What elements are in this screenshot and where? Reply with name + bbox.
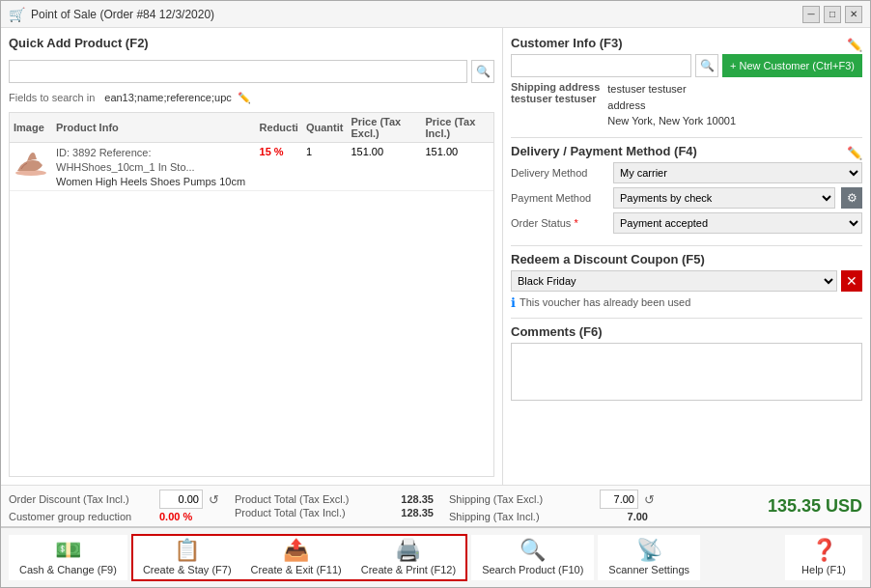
close-button[interactable]: ✕ [845, 6, 862, 23]
shipping-excl-input[interactable] [600, 490, 638, 509]
create-exit-button[interactable]: 📤 Create & Exit (F11) [241, 536, 351, 579]
payment-settings-button[interactable]: ⚙ [841, 187, 862, 209]
customer-group-value: 0.00 % [159, 511, 192, 522]
customer-search-row: 🔍 + New Customer (Ctrl+F3) [511, 54, 862, 77]
order-status-row: Order Status * Payment accepted [511, 212, 862, 234]
scanner-settings-icon: 📡 [636, 540, 662, 561]
customer-info-title: Customer Info (F3) [511, 36, 623, 50]
fields-row: Fields to search in ean13;name;reference… [9, 89, 494, 106]
coupon-select[interactable]: Black Friday [511, 270, 837, 292]
main-content: Quick Add Product (F2) 🔍 Fields to searc… [1, 28, 870, 485]
cash-change-label: Cash & Change (F9) [19, 564, 117, 575]
fields-label: Fields to search in [9, 92, 95, 103]
customer-info-section: Customer Info (F3) ✏️ 🔍 + New Customer (… [511, 36, 862, 129]
create-exit-label: Create & Exit (F11) [251, 564, 342, 575]
product-discount: 15 % [260, 146, 284, 157]
help-label: Help (F1) [801, 564, 846, 575]
shipping-incl-label: Shipping (Tax Incl.) [449, 511, 594, 522]
info-icon: ℹ [511, 295, 516, 310]
product-total-incl-row: Product Total (Tax Incl.) 128.35 [235, 507, 434, 518]
payment-method-select[interactable]: Payments by check [613, 187, 835, 209]
product-price-incl-cell: 151.00 [421, 143, 493, 191]
create-stay-label: Create & Stay (F7) [143, 564, 232, 575]
delivery-section: Delivery / Payment Method (F4) ✏️ Delive… [511, 137, 862, 238]
title-bar-controls: ─ □ ✕ [802, 6, 862, 23]
delivery-method-label: Delivery Method [511, 167, 607, 179]
col-price-incl: Price (Tax Incl.) [421, 113, 493, 143]
cash-change-button[interactable]: 💵 Cash & Change (F9) [9, 535, 127, 580]
order-discount-refresh[interactable]: ↺ [209, 492, 219, 507]
search-product-label: Search Product (F10) [482, 564, 583, 575]
create-print-icon: 🖨️ [395, 540, 421, 561]
left-totals: Order Discount (Tax Incl.) ↺ Customer gr… [9, 490, 219, 522]
product-discount-cell: 15 % [256, 143, 302, 191]
customer-group-row: Customer group reduction 0.00 % [9, 511, 219, 522]
product-price-excl-cell: 151.00 [347, 143, 421, 191]
create-stay-button[interactable]: 📋 Create & Stay (F7) [133, 536, 241, 579]
maximize-button[interactable]: □ [824, 6, 841, 23]
col-price-excl: Price (Tax Excl.) [347, 113, 421, 143]
create-print-button[interactable]: 🖨️ Create & Print (F12) [351, 536, 465, 579]
delivery-title: Delivery / Payment Method (F4) [511, 144, 697, 158]
shipping-totals: Shipping (Tax Excl.) ↺ Shipping (Tax Inc… [449, 490, 655, 522]
shipping-details: testuser testuseraddressNew York, New Yo… [607, 81, 736, 129]
order-discount-row: Order Discount (Tax Incl.) ↺ [9, 490, 219, 509]
comments-section: Comments (F6) [511, 318, 862, 404]
comments-input[interactable] [511, 343, 862, 401]
shipping-info: Shipping addresstestuser testuser testus… [511, 81, 862, 129]
order-status-label: Order Status * [511, 217, 607, 229]
product-total-excl-row: Product Total (Tax Excl.) 128.35 [235, 493, 434, 505]
order-status-select[interactable]: Payment accepted [613, 212, 862, 234]
totals-bar: Order Discount (Tax Incl.) ↺ Customer gr… [1, 485, 870, 526]
payment-method-label: Payment Method [511, 192, 607, 204]
required-marker: * [574, 217, 577, 229]
customer-search-icon[interactable]: 🔍 [695, 54, 718, 77]
new-customer-button[interactable]: + New Customer (Ctrl+F3) [722, 54, 862, 77]
product-search-button[interactable]: 🔍 [471, 60, 494, 83]
title-bar-left: 🛒 Point of Sale (Order #84 12/3/2020) [9, 7, 214, 22]
delivery-method-select[interactable]: My carrier [613, 162, 862, 183]
right-panel: Customer Info (F3) ✏️ 🔍 + New Customer (… [503, 28, 870, 485]
grand-total: 135.35 USD [768, 496, 862, 517]
help-button[interactable]: ❓ Help (F1) [785, 535, 862, 580]
product-search-row: 🔍 [9, 60, 494, 83]
customer-edit-button[interactable]: ✏️ [847, 38, 862, 52]
delivery-header: Delivery / Payment Method (F4) ✏️ [511, 144, 862, 162]
voucher-warning-text: This voucher has already been used [520, 296, 690, 308]
create-stay-icon: 📋 [174, 540, 200, 561]
bottom-actions: 💵 Cash & Change (F9) 📋 Create & Stay (F7… [1, 526, 870, 587]
shipping-refresh[interactable]: ↺ [644, 492, 655, 507]
scanner-settings-label: Scanner Settings [608, 564, 689, 575]
create-exit-icon: 📤 [283, 540, 309, 561]
col-product-info: Product Info [52, 113, 256, 143]
search-product-button[interactable]: 🔍 Search Product (F10) [471, 535, 594, 580]
quick-add-title: Quick Add Product (F2) [9, 36, 494, 50]
product-id-ref: ID: 3892 Reference: WHHShoes_10cm_1 In S… [56, 146, 252, 176]
coupon-section: Redeem a Discount Coupon (F5) Black Frid… [511, 245, 862, 310]
fields-edit-button[interactable]: ✏️ [236, 89, 253, 106]
clear-coupon-button[interactable]: ✕ [841, 270, 862, 292]
scanner-settings-button[interactable]: 📡 Scanner Settings [598, 535, 700, 580]
product-image-cell [10, 143, 52, 191]
cash-change-icon: 💵 [55, 540, 81, 561]
help-icon: ❓ [811, 540, 837, 561]
window-title: Point of Sale (Order #84 12/3/2020) [31, 8, 214, 21]
product-total-excl-value: 128.35 [385, 493, 434, 505]
shipping-name: testuser testuser [511, 93, 597, 104]
order-discount-input[interactable] [159, 490, 203, 509]
customer-group-label: Customer group reduction [9, 511, 154, 522]
highlighted-actions-group: 📋 Create & Stay (F7) 📤 Create & Exit (F1… [131, 534, 467, 581]
col-reduction: Reducti [256, 113, 302, 143]
table-row: ID: 3892 Reference: WHHShoes_10cm_1 In S… [10, 143, 493, 191]
comments-title: Comments (F6) [511, 324, 862, 339]
shipping-incl-value: 7.00 [600, 511, 648, 522]
minimize-button[interactable]: ─ [802, 6, 820, 23]
order-discount-label: Order Discount (Tax Incl.) [9, 493, 154, 505]
product-search-input[interactable] [9, 60, 467, 83]
payment-method-row: Payment Method Payments by check ⚙ [511, 187, 862, 209]
delivery-edit-button[interactable]: ✏️ [847, 146, 862, 160]
create-print-label: Create & Print (F12) [361, 564, 456, 575]
coupon-row: Black Friday ✕ [511, 270, 862, 292]
col-image: Image [10, 113, 52, 143]
customer-search-input[interactable] [511, 54, 691, 77]
